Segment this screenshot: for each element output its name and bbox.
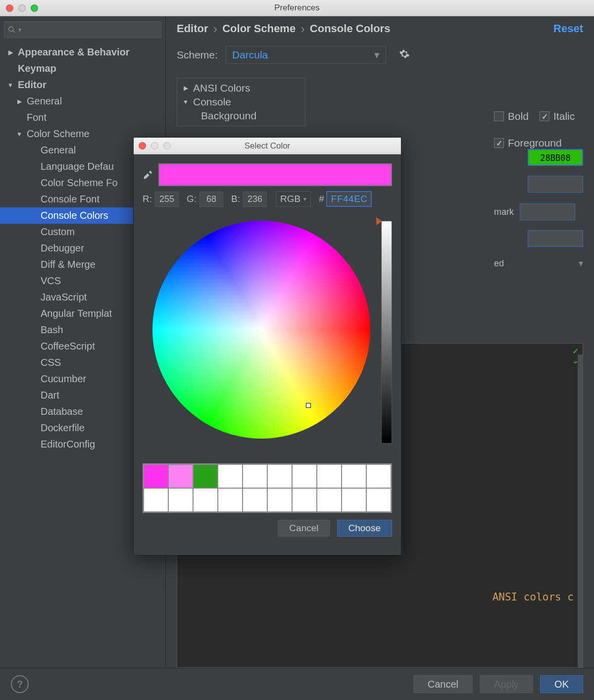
scheme-value: Darcula [232,49,268,61]
swatch-cell[interactable] [267,488,292,512]
swatch-cell[interactable] [317,464,342,488]
window-title: Preferences [0,3,594,13]
color-swatch-2[interactable] [528,176,583,193]
crumb-color-scheme[interactable]: Color Scheme [222,22,296,35]
triangle-down-icon: ▼ [16,131,23,138]
italic-label: Italic [553,110,575,122]
ok-button[interactable]: OK [540,675,583,693]
triangle-right-icon: ▶ [182,85,189,92]
triangle-right-icon: ▶ [16,98,23,105]
swatch-cell[interactable] [292,488,317,512]
select-color-dialog: Select Color R: 255 G: 68 B: 236 RGB ▾ #… [133,137,401,555]
sidebar-item-label: EditorConfig [41,439,95,450]
sidebar-item-label: General [27,96,62,107]
color-wheel[interactable] [152,221,370,439]
eyedropper-icon[interactable] [143,169,153,180]
swatch-cell[interactable] [317,488,342,512]
swatch-cell[interactable] [366,488,391,512]
sidebar-item-label: VCS [41,275,61,287]
sidebar-item-label: Keymap [18,63,56,74]
search-input[interactable]: ▾ [4,21,161,38]
attribute-panel: Bold Italic Foreground 28BB08 mark ed ▾ [494,110,583,269]
sidebar-item-label: Bash [41,324,63,336]
sidebar-item-font[interactable]: Font [0,109,165,126]
scheme-dropdown[interactable]: Darcula ▾ [226,46,386,64]
sidebar-item-label: Color Scheme [27,128,90,140]
color-options-tree[interactable]: ▶ANSI Colors ▼Console Background [177,78,305,126]
color-wheel-handle[interactable] [306,403,311,408]
swatch-cell[interactable] [267,464,292,488]
color-swatch-palette[interactable] [143,463,392,513]
sidebar-item-label: Dockerfile [41,422,85,434]
brightness-slider-handle[interactable] [376,217,382,225]
swatch-cell[interactable] [243,464,267,488]
r-input[interactable]: 255 [155,192,179,207]
ansi-colors-item[interactable]: ANSI Colors [193,82,250,94]
color-cancel-button[interactable]: Cancel [278,520,330,537]
preview-text: ANSI colors c [493,591,574,603]
sidebar-item-label: Angular Templat [41,308,112,319]
mark-label-fragment: mark [494,207,514,217]
g-input[interactable]: 68 [199,192,223,207]
swatch-cell[interactable] [218,464,243,488]
g-label: G: [187,194,197,204]
sidebar-item-label: CoffeeScript [41,341,95,352]
sidebar-item-appearance-behavior[interactable]: ▶Appearance & Behavior [0,44,165,60]
cancel-button[interactable]: Cancel [413,675,473,693]
sidebar-item-label: CSS [41,357,61,368]
color-swatch-4[interactable] [528,230,583,247]
sidebar-item-label: Language Defau [41,161,114,172]
swatch-cell[interactable] [168,488,193,512]
brightness-slider[interactable] [381,221,392,444]
gear-icon[interactable] [399,49,410,62]
sidebar-item-label: General [41,145,76,156]
sidebar-item-label: JavaScript [41,292,87,303]
swatch-cell[interactable] [342,488,366,512]
apply-button[interactable]: Apply [480,675,533,693]
swatch-cell[interactable] [144,488,168,512]
swatch-cell[interactable] [218,488,243,512]
sidebar-item-label: Custom [41,226,75,238]
dialog-title: Select Color [134,141,401,151]
swatch-cell[interactable] [342,464,366,488]
console-item[interactable]: Console [193,96,231,108]
color-swatch-3[interactable] [520,203,575,220]
foreground-color-swatch[interactable]: 28BB08 [528,149,583,166]
sidebar-item-label: Console Colors [41,210,108,221]
swatch-cell[interactable] [168,464,193,488]
breadcrumb: Editor › Color Scheme › Console Colors [177,22,583,35]
sidebar-item-label: Dart [41,390,59,401]
reset-link[interactable]: Reset [553,22,583,35]
foreground-checkbox[interactable] [494,138,504,148]
color-mode-dropdown[interactable]: RGB ▾ [276,191,311,207]
background-item[interactable]: Background [201,110,256,122]
crumb-editor[interactable]: Editor [177,22,208,35]
swatch-cell[interactable] [366,464,391,488]
sidebar-item-label: Editor [18,79,47,91]
swatch-cell[interactable] [193,464,218,488]
sidebar-item-label: Diff & Merge [41,259,96,270]
color-preview-bar [158,163,392,186]
sidebar-item-general[interactable]: ▶General [0,93,165,109]
color-choose-button[interactable]: Choose [337,520,393,537]
sidebar-item-editor[interactable]: ▼Editor [0,77,165,93]
scrollbar[interactable] [578,354,583,667]
swatch-cell[interactable] [144,464,168,488]
italic-checkbox[interactable] [540,111,549,121]
hex-input[interactable]: FF44EC [326,191,372,207]
sidebar-item-keymap[interactable]: Keymap [0,60,165,77]
dialog-title-bar: Select Color [134,138,401,154]
ed-label-fragment: ed [494,258,504,269]
dialog-footer: ? Cancel Apply OK [0,668,594,700]
dropdown-caret-icon: ▾ [18,26,21,33]
chevron-down-icon[interactable]: ▾ [579,258,583,269]
foreground-label: Foreground [508,137,562,149]
chevron-down-icon: ▾ [303,196,306,202]
b-input[interactable]: 236 [243,192,267,207]
swatch-cell[interactable] [292,464,317,488]
swatch-cell[interactable] [243,488,267,512]
help-icon[interactable]: ? [11,675,29,693]
bold-checkbox[interactable] [494,111,504,121]
swatch-cell[interactable] [193,488,218,512]
svg-line-1 [13,31,15,33]
